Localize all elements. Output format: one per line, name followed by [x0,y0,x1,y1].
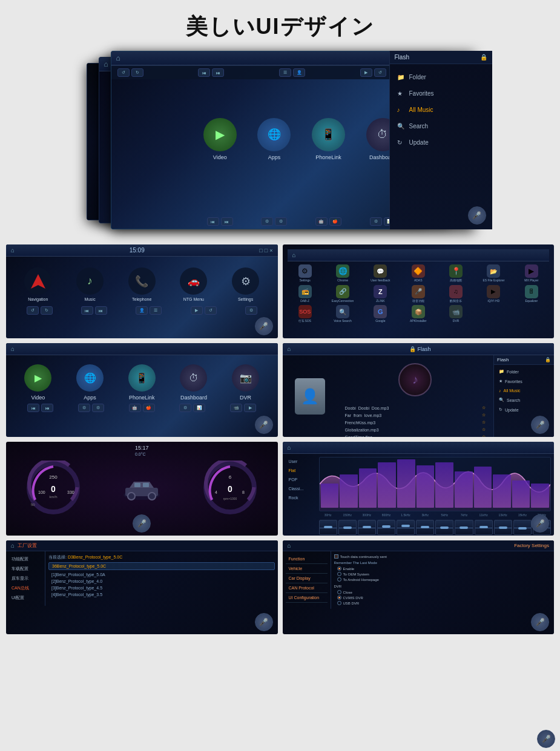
flash-menu-search[interactable]: 🔍 Search [390,118,492,134]
mic-button-video[interactable]: 🎤 [255,416,273,434]
v2-sub-3[interactable]: ⚙ [78,404,90,412]
factory-option-1[interactable]: [1]Benz_Protocol_type_5.0A [48,571,275,578]
mic-button-factory-cn[interactable]: 🎤 [255,613,273,631]
menu-sub-3[interactable]: ⏮ [81,306,93,315]
menu-sub-7[interactable]: ▶ [191,306,203,315]
menu-settings[interactable]: ⚙ Settings [232,267,259,301]
eq-pop[interactable]: POP [286,475,313,484]
app-iqiyi[interactable]: ▶ iQIYI HD [476,285,511,303]
factory-option-3[interactable]: [3]Benz_Protocol_type_4.5 [48,585,275,591]
mic-button-flash-player[interactable]: 🎤 [531,416,549,434]
factory-en-can[interactable]: CAN Protocol [286,583,328,593]
flash-menu-favorites[interactable]: ★ Favorites [390,85,492,102]
video-icon-apps[interactable]: 🌐 Apps [76,364,104,401]
app-google[interactable]: G Google [363,305,398,323]
factory-item-ui[interactable]: UI配置 [9,593,42,603]
flash-right-folder[interactable]: 📁Folder [494,367,554,376]
flash-menu-allmusic[interactable]: ♪ All Music [390,102,492,118]
bottom-btn-2[interactable]: ↻ [131,68,143,77]
menu-sub-9[interactable]: ⚙ [245,306,257,315]
v2-sub-7[interactable]: ⚙ [179,404,191,412]
radio-cv98s[interactable]: CV98S DVR [337,595,552,600]
sub-btn-v1[interactable]: ⏮ [207,217,219,226]
song-2[interactable]: Far_from_love.mp3 ☆ [345,412,486,419]
radio-usb[interactable]: USB DVR [337,600,552,606]
factory-item-display[interactable]: 原车显示 [9,574,42,583]
eq-rock[interactable]: Rock [286,493,313,502]
app-kuwo[interactable]: ♫ 酷我音乐 [438,285,473,303]
factory-selected-option[interactable]: 36Benz_Protocol_type_5.0C [48,562,275,570]
mic-button-menu[interactable]: 🎤 [255,317,273,335]
mic-button-dash[interactable]: 🎤 [133,514,151,533]
menu-music[interactable]: ♪ Music [76,267,104,301]
menu-sub-4[interactable]: ⏭ [95,306,107,315]
sub-btn-a2[interactable]: ⚙ [275,217,287,226]
app-easyconn[interactable]: 🔗 EasyConnection [325,285,360,303]
sub-btn-d1[interactable]: ⚙ [370,217,382,226]
app-zlink[interactable]: Z ZLINK [363,285,398,303]
menu-telephone[interactable]: 📞 Telephone [128,267,156,301]
v2-sub-1[interactable]: ⏮ [27,404,39,412]
app-voicesearch[interactable]: 🔍 Voice Search [325,305,360,323]
app-voice-func[interactable]: 🎤 语音功能 [401,285,436,303]
factory-item-func[interactable]: 功能配置 [9,554,42,564]
menu-sub-8[interactable]: ↺ [205,306,217,315]
menu-sub-2[interactable]: ↻ [41,306,53,315]
app-dabz[interactable]: 📻 DAB-Z [288,285,323,303]
factory-option-4[interactable]: [4]Benz_Protocol_type_3.5 [48,591,275,598]
eq-classical[interactable]: Classi... [286,484,313,493]
video-icon-dvr[interactable]: 📷 DVR [232,364,259,401]
app-feedback[interactable]: 💬 User feedback [363,264,398,283]
eq-flat[interactable]: Flat [286,466,313,475]
factory-option-2[interactable]: [2]Benz_Protocol_type_4.0 [48,578,275,585]
mic-button-eq[interactable]: 🎤 [531,514,549,533]
radio-android[interactable]: To Android Homepage [337,577,552,582]
v2-sub-2[interactable]: ⏭ [41,404,53,412]
factory-item-can[interactable]: CAN总线 [9,583,42,593]
app-settings[interactable]: ⚙ Settings [288,264,323,283]
sub-btn-a1[interactable]: ⚙ [261,217,273,226]
factory-en-vehicle[interactable]: Vehicle [286,564,328,574]
flash-right-favorites[interactable]: ★Favorites [494,376,554,386]
eq-user[interactable]: User [286,457,313,466]
radio-oem[interactable]: To OEM System [337,571,552,577]
flash-right-search[interactable]: 🔍Search [494,395,554,405]
radio-enable[interactable]: Enable [337,566,552,571]
v2-sub-4[interactable]: ⚙ [92,404,104,412]
song-1[interactable]: Doobi_Doobi_Doo.mp3 ☆ [345,404,486,412]
song-4[interactable]: Globalization.mp3 ☆ [345,426,486,433]
factory-en-ui[interactable]: UI Configuration [286,593,328,603]
app-dvr[interactable]: 📹 DVR [438,305,473,323]
app-mxplayer[interactable]: ▶ MX Player [514,264,549,283]
v2-sub-5[interactable]: 🤖 [129,404,141,412]
app-icon-apps[interactable]: 🌐 Apps [257,118,291,160]
v2-sub-9[interactable]: 📹 [230,404,242,412]
video-icon-phonelink[interactable]: 📱 PhoneLink [128,364,156,401]
app-icon-phonelink[interactable]: 📱 PhoneLink [312,118,345,160]
bottom-btn-1[interactable]: ↺ [117,68,130,77]
factory-en-func[interactable]: Function [286,554,328,564]
flash-right-allmusic[interactable]: ♪All Music [494,386,554,395]
radio-close[interactable]: Close [337,589,552,595]
app-icon-video[interactable]: ▶ Video [203,118,237,160]
song-3[interactable]: FrenchKiss.mp3 ☆ [345,419,486,426]
menu-nav[interactable]: Navigation [24,267,51,301]
v2-sub-8[interactable]: 📊 [193,404,205,412]
video-icon-video[interactable]: ▶ Video [24,364,51,401]
touch-data-checkbox[interactable]: Touch data continuously sent [334,554,552,559]
factory-item-vehicle[interactable]: 车载配置 [9,564,42,574]
video-icon-dashboard[interactable]: ⏱ Dashboard [180,364,207,401]
app-esfile[interactable]: 📂 ES File Explorer [476,264,511,283]
sub-btn-p1[interactable]: 🤖 [315,217,328,226]
menu-sub-6[interactable]: ☰ [150,306,162,315]
v2-sub-6[interactable]: 🍎 [143,404,155,412]
app-chrome[interactable]: 🌐 Chrome [325,264,360,283]
menu-sub-1[interactable]: ↺ [27,306,39,315]
app-adas[interactable]: 🔶 ADAS [401,264,436,283]
app-gaode[interactable]: 📍 高德地图 [438,264,473,283]
flash-right-update[interactable]: ↻Update [494,405,554,415]
flash-menu-folder[interactable]: 📁 Folder [390,69,492,85]
menu-sub-5[interactable]: 👤 [136,306,148,315]
sub-btn-p2[interactable]: 🍎 [329,217,341,226]
mic-button-flash[interactable]: 🎤 [468,206,486,225]
